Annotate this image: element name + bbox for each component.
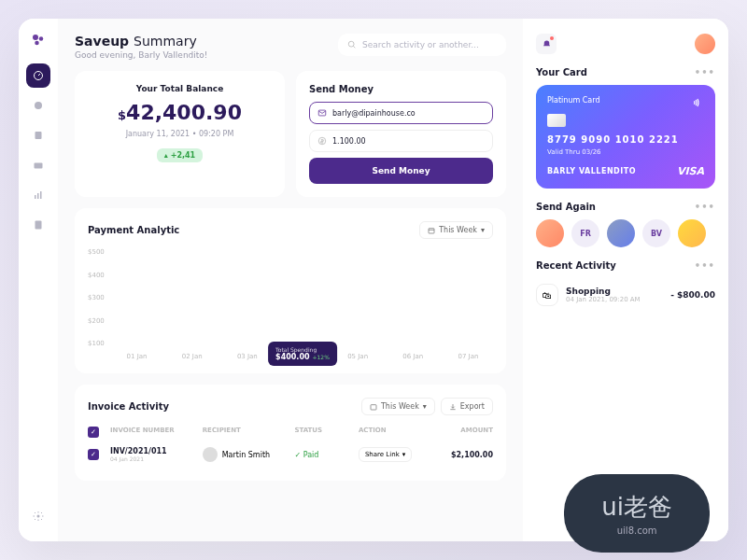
- invoice-card: Invoice Activity This Week ▾ Export ✓: [75, 385, 506, 481]
- contact-avatar[interactable]: [536, 219, 564, 247]
- card-brand: VISA: [677, 165, 704, 177]
- svg-point-12: [348, 41, 354, 47]
- analytic-period-dropdown[interactable]: This Week ▾: [419, 221, 493, 239]
- contacts-list: FRBV: [536, 219, 715, 247]
- card-type: Platinum Card: [547, 96, 600, 105]
- page-title: Saveup Summary: [75, 34, 323, 49]
- share-link-button[interactable]: Share Link ▾: [359, 447, 412, 462]
- card-number: 8779 9090 1010 2221: [547, 134, 704, 145]
- svg-rect-10: [35, 221, 42, 230]
- search-icon: [347, 40, 357, 49]
- activity-item[interactable]: 🛍 Shopping 04 Jan 2021, 09:20 AM - $800.…: [536, 278, 715, 312]
- bell-icon: [542, 39, 552, 49]
- send-money-card: Send Money Send Money: [296, 71, 506, 197]
- balance-change-badge: ▴ +2,41: [157, 148, 203, 162]
- nav-contacts[interactable]: [26, 123, 50, 147]
- svg-point-11: [37, 515, 40, 518]
- mail-icon: [317, 108, 327, 118]
- status-badge: ✓ Paid: [294, 451, 350, 459]
- card-holder-name: BARLY VALLENDITO: [547, 167, 636, 175]
- th-invoice-number: INVOICE NUMBER: [110, 427, 195, 438]
- svg-point-0: [33, 35, 38, 40]
- send-money-button[interactable]: Send Money: [309, 158, 493, 184]
- your-card-title: Your Card •••: [536, 67, 715, 77]
- bar-chart: $500$400$300$200$100 01 Jan02 Jan03 Jan0…: [88, 248, 493, 360]
- credit-card[interactable]: Platinum Card 8779 9090 1010 2221 Valid …: [536, 85, 715, 189]
- contact-avatar[interactable]: [607, 219, 635, 247]
- activity-amount: - $800.00: [670, 290, 715, 300]
- nav-settings[interactable]: [26, 504, 50, 528]
- invoice-period-dropdown[interactable]: This Week ▾: [361, 398, 435, 415]
- shopping-icon: 🛍: [536, 284, 558, 306]
- svg-line-13: [353, 46, 355, 48]
- card-valid: Valid Thru 03/26: [547, 148, 704, 156]
- balance-card: Your Total Balance $42,400.90 January 11…: [75, 71, 285, 197]
- contactless-icon: [691, 96, 704, 109]
- chevron-down-icon: ▾: [423, 402, 427, 411]
- th-amount: AMOUNT: [437, 427, 493, 438]
- send-again-title: Send Again •••: [536, 202, 715, 212]
- balance-amount: $42,400.90: [88, 101, 272, 124]
- more-button[interactable]: •••: [695, 67, 715, 77]
- sidebar: [19, 19, 58, 541]
- th-action: ACTION: [359, 427, 430, 438]
- card-chip-icon: [547, 114, 566, 127]
- svg-rect-8: [37, 193, 39, 199]
- contact-avatar[interactable]: FR: [571, 219, 599, 247]
- calendar-icon: [370, 403, 377, 411]
- recent-activity-title: Recent Activity •••: [536, 260, 715, 271]
- page-subtitle: Good evening, Barly Vallendito!: [75, 50, 323, 60]
- select-all-checkbox[interactable]: ✓: [88, 427, 99, 438]
- nav-wallet[interactable]: [26, 153, 50, 177]
- more-button[interactable]: •••: [695, 202, 715, 212]
- svg-point-2: [35, 41, 39, 46]
- calendar-icon: [428, 227, 435, 234]
- more-button[interactable]: •••: [695, 260, 715, 271]
- right-panel: Your Card ••• Platinum Card 8779 9090 10…: [523, 19, 728, 541]
- analytic-card: Payment Analytic This Week ▾ $500$400$30…: [75, 208, 506, 373]
- nav-reports[interactable]: [26, 183, 50, 207]
- svg-rect-7: [35, 195, 36, 199]
- user-avatar[interactable]: [695, 34, 715, 54]
- search-input[interactable]: Search activity or another...: [338, 34, 506, 56]
- logo-icon: [30, 32, 47, 49]
- amount-input[interactable]: [309, 130, 493, 152]
- svg-rect-5: [35, 132, 42, 139]
- download-icon: [449, 403, 457, 411]
- chevron-down-icon: ▾: [481, 226, 485, 234]
- nav-dashboard[interactable]: [26, 63, 50, 88]
- analytic-title: Payment Analytic: [88, 225, 179, 235]
- nav-exchange[interactable]: [26, 93, 50, 118]
- invoice-amount: $2,100.00: [437, 451, 493, 459]
- invoice-title: Invoice Activity: [88, 401, 169, 412]
- watermark: ui老爸 uil8.com: [564, 474, 710, 553]
- balance-date: January 11, 2021 • 09:20 PM: [88, 130, 272, 138]
- svg-rect-9: [40, 191, 42, 199]
- contact-avatar[interactable]: BV: [642, 219, 670, 247]
- send-title: Send Money: [309, 84, 493, 94]
- export-button[interactable]: Export: [441, 398, 493, 415]
- svg-point-1: [39, 36, 44, 41]
- svg-rect-18: [371, 404, 376, 409]
- notification-button[interactable]: [536, 34, 557, 54]
- row-checkbox[interactable]: ✓: [88, 449, 99, 460]
- balance-label: Your Total Balance: [88, 84, 272, 93]
- th-recipient: RECIPIENT: [203, 427, 288, 438]
- contact-avatar[interactable]: [678, 219, 706, 247]
- invoice-date: 04 Jan 2021: [110, 455, 195, 462]
- table-row[interactable]: ✓ INV/2021/011 04 Jan 2021 Martin Smith …: [88, 441, 493, 468]
- dollar-icon: [317, 136, 327, 146]
- invoice-number: INV/2021/011: [110, 447, 195, 455]
- main-content: Saveup Summary Good evening, Barly Valle…: [58, 19, 523, 541]
- recipient-avatar: [203, 447, 218, 462]
- svg-rect-16: [429, 228, 434, 232]
- recipient-name: Martin Smith: [222, 451, 270, 459]
- svg-point-4: [35, 102, 42, 109]
- chart-tooltip: Total Spending$400.00+12%: [268, 342, 337, 366]
- recipient-input[interactable]: [309, 102, 493, 124]
- svg-rect-6: [35, 163, 43, 169]
- nav-documents[interactable]: [26, 213, 50, 237]
- activity-date: 04 Jan 2021, 09:20 AM: [566, 296, 663, 303]
- th-status: STATUS: [294, 427, 350, 438]
- activity-title: Shopping: [566, 287, 663, 296]
